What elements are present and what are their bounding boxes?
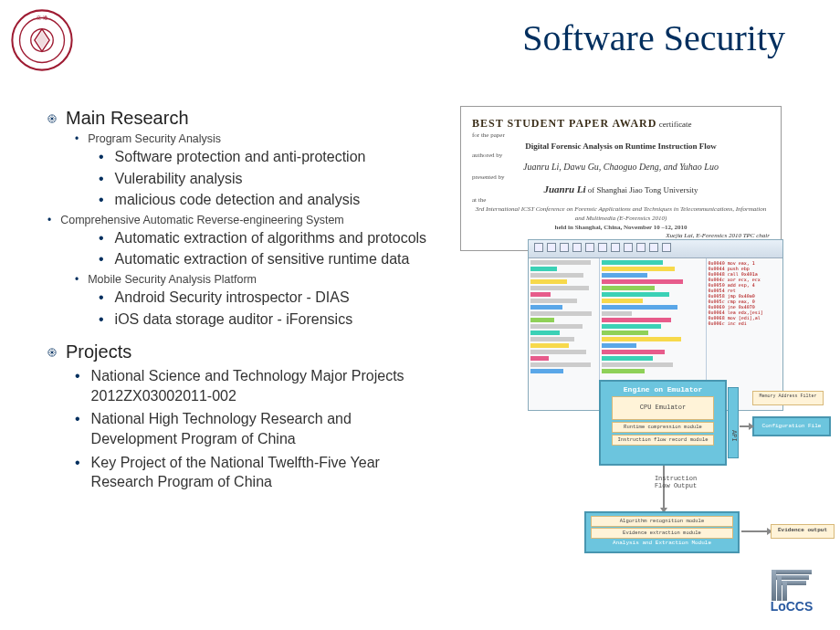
item: malicious code detection and analysis (99, 190, 440, 210)
heading-main-research: Main Research (66, 108, 189, 129)
group-label: Program Security Analysis (75, 132, 440, 145)
architecture-diagram: Engine on Emulator CPU Emulator Runtime … (559, 380, 836, 562)
cert-paper-title: Digital Forensic Analysis on Runtime Ins… (525, 142, 716, 151)
item: iOS data storage auditor - iForensics (99, 310, 440, 330)
cert-held: held in Shanghai, China, November 10 –12… (555, 224, 688, 231)
bullet-icon (47, 114, 57, 123)
university-seal: 交 通 (11, 9, 73, 71)
project-item: National High Technology Research and De… (75, 409, 440, 448)
svg-text:交 通: 交 通 (37, 15, 47, 20)
heading-projects: Projects (66, 341, 131, 362)
cert-authors: Juanru Li, Dawu Gu, Chaoguo Deng, and Yu… (472, 161, 770, 173)
analysis-box: Algorithm recognition module Evidence ex… (584, 511, 740, 553)
mem-filter-box: Memory Address Filter (752, 391, 824, 405)
api-box: API (728, 387, 739, 458)
award-certificate: BEST STUDENT PAPER AWARD certificate for… (460, 106, 782, 251)
project-item: National Science and Technology Major Pr… (75, 366, 440, 405)
flow-label: Instruction Flow Output (648, 475, 703, 489)
cert-conference: 3rd International ICST Conference on For… (476, 205, 766, 222)
bullet-icon (47, 348, 57, 357)
loccs-text: LoCCS (771, 599, 814, 614)
project-item: Key Project of the National Twelfth-Five… (75, 453, 440, 492)
content-outline: Main Research Program Security Analysis … (47, 108, 440, 492)
loccs-logo: LoCCS (760, 570, 824, 619)
engine-box: Engine on Emulator CPU Emulator Runtime … (599, 380, 727, 466)
item: Software protection and anti-protection (99, 147, 440, 167)
item: Android Security introspector - DIAS (99, 288, 440, 308)
cpu-box: CPU Emulator (612, 396, 714, 420)
group-label: Comprehensive Automatic Reverse-engineer… (47, 214, 440, 226)
item: Automatic extraction of algorithms and p… (99, 228, 440, 248)
cert-title: BEST STUDENT PAPER AWARD (472, 117, 656, 130)
config-box: Configuration File (752, 416, 831, 436)
item: Automatic extraction of sensitive runtim… (99, 249, 440, 269)
item: Vulerability analysis (99, 169, 440, 189)
slide-title: Software Security (522, 16, 785, 59)
group-label: Mobile Security Analysis Platform (75, 273, 440, 286)
evidence-box: Evidence output (771, 524, 835, 539)
cert-presenter: Juanru Li (543, 184, 585, 194)
